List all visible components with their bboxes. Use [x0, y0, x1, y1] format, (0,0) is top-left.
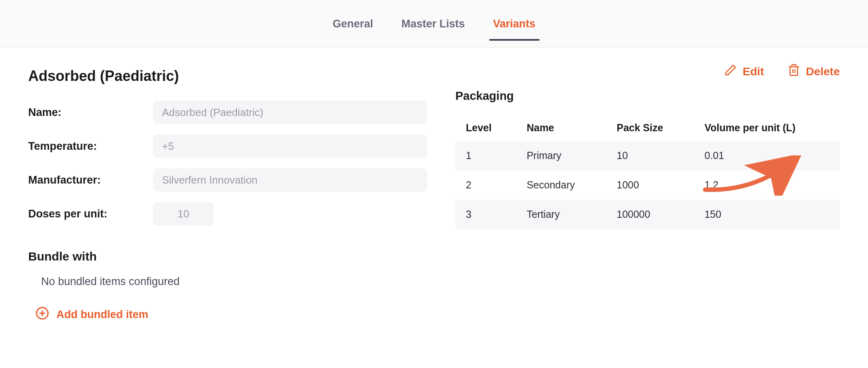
tab-master-lists[interactable]: Master Lists [401, 18, 465, 41]
packaging-heading: Packaging [455, 89, 840, 103]
tabs-header: General Master Lists Variants [0, 0, 868, 48]
cell-name: Tertiary [516, 200, 606, 229]
content: Adsorbed (Paediatric) Name: Temperature:… [0, 48, 868, 339]
input-manufacturer[interactable] [153, 168, 427, 192]
plus-circle-icon [35, 306, 49, 323]
delete-label: Delete [806, 65, 840, 78]
cell-pack-size: 1000 [606, 170, 694, 200]
row-temperature: Temperature: [28, 134, 439, 158]
table-row[interactable]: 1 Primary 10 0.01 [455, 141, 840, 170]
bundle-heading: Bundle with [28, 250, 439, 263]
right-column: Edit Delete Packaging Le [455, 68, 840, 323]
cell-level: 2 [455, 170, 516, 200]
trash-icon [787, 64, 800, 79]
edit-label: Edit [743, 65, 764, 78]
cell-pack-size: 10 [606, 141, 694, 170]
edit-button[interactable]: Edit [724, 64, 764, 79]
cell-level: 1 [455, 141, 516, 170]
tab-variants[interactable]: Variants [493, 18, 536, 41]
col-volume: Volume per unit (L) [694, 115, 840, 141]
left-column: Adsorbed (Paediatric) Name: Temperature:… [28, 68, 439, 323]
input-name[interactable] [153, 101, 427, 124]
actions: Edit Delete [724, 64, 840, 79]
packaging-table: Level Name Pack Size Volume per unit (L)… [455, 115, 840, 229]
cell-pack-size: 100000 [606, 200, 694, 229]
label-doses: Doses per unit: [28, 208, 153, 220]
col-pack-size: Pack Size [606, 115, 694, 141]
bundle-empty-text: No bundled items configured [41, 275, 439, 288]
table-row[interactable]: 2 Secondary 1000 1.2 [455, 170, 840, 200]
row-manufacturer: Manufacturer: [28, 168, 439, 192]
cell-volume: 1.2 [694, 170, 840, 200]
cell-volume: 150 [694, 200, 840, 229]
cell-name: Primary [516, 141, 606, 170]
pencil-icon [724, 64, 737, 79]
add-bundled-item-label: Add bundled item [56, 308, 148, 321]
label-temperature: Temperature: [28, 140, 153, 153]
cell-volume: 0.01 [694, 141, 840, 170]
col-level: Level [455, 115, 516, 141]
tabs: General Master Lists Variants [0, 18, 868, 47]
row-name: Name: [28, 101, 439, 124]
table-row[interactable]: 3 Tertiary 100000 150 [455, 200, 840, 229]
row-doses: Doses per unit: [28, 202, 439, 225]
add-bundled-item-button[interactable]: Add bundled item [35, 306, 148, 323]
delete-button[interactable]: Delete [787, 64, 840, 79]
input-temperature[interactable] [153, 134, 427, 158]
page-title: Adsorbed (Paediatric) [28, 68, 439, 85]
col-name: Name [516, 115, 606, 141]
cell-level: 3 [455, 200, 516, 229]
label-name: Name: [28, 106, 153, 119]
input-doses[interactable] [153, 202, 214, 225]
cell-name: Secondary [516, 170, 606, 200]
tab-general[interactable]: General [332, 18, 373, 41]
label-manufacturer: Manufacturer: [28, 174, 153, 186]
table-header-row: Level Name Pack Size Volume per unit (L) [455, 115, 840, 141]
